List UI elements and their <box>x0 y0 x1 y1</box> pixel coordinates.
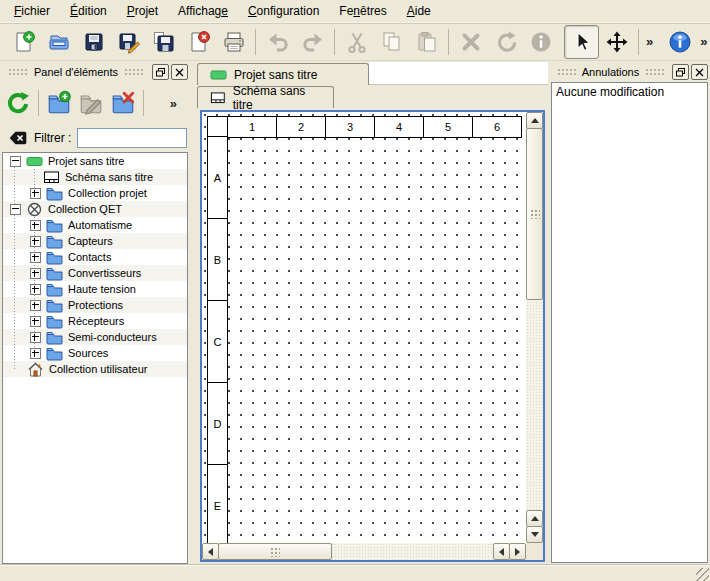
up-arrow-icon <box>531 516 539 521</box>
tree-item-collection-qet[interactable]: Collection QET <box>3 201 187 217</box>
dock-close-button[interactable] <box>691 64 708 80</box>
new-document-icon <box>12 30 36 54</box>
save-button[interactable] <box>76 25 111 59</box>
tree-item-automatisme[interactable]: Automatisme <box>3 217 187 233</box>
dock-close-button[interactable] <box>171 64 188 80</box>
close-icon <box>695 68 704 77</box>
expander-plus-icon[interactable] <box>30 268 41 279</box>
filter-input[interactable] <box>77 128 187 148</box>
undo-panel-titlebar[interactable]: Annulations <box>551 62 708 82</box>
print-icon <box>222 30 246 54</box>
schema-row-labels: A B C D E <box>207 137 228 543</box>
scroll-left-button-2[interactable] <box>493 543 510 560</box>
open-button[interactable] <box>41 25 76 59</box>
scroll-right-button[interactable] <box>509 543 526 560</box>
thumb-grip <box>530 209 540 219</box>
new-document-button[interactable] <box>6 25 41 59</box>
new-category-button[interactable] <box>43 87 75 119</box>
tree-item-projet-sans-titre[interactable]: Projet sans titre <box>3 153 187 169</box>
edit-category-button[interactable] <box>75 87 107 119</box>
schema-column-label: 6 <box>472 116 522 138</box>
rotate-button[interactable] <box>488 25 523 59</box>
restore-icon <box>676 68 685 77</box>
scroll-left-button[interactable] <box>202 543 219 560</box>
dock-float-button[interactable] <box>672 64 689 80</box>
cut-button[interactable] <box>339 25 374 59</box>
edit-folder-icon <box>78 90 104 116</box>
paste-icon <box>415 30 439 54</box>
copy-icon <box>380 30 404 54</box>
move-tool-button[interactable] <box>599 25 634 59</box>
print-button[interactable] <box>216 25 251 59</box>
paste-button[interactable] <box>409 25 444 59</box>
copy-button[interactable] <box>374 25 409 59</box>
tab-projet-sans-titre[interactable]: Projet sans titre <box>197 63 369 85</box>
tree-item-sources[interactable]: Sources <box>3 345 187 361</box>
undo-history-list[interactable]: Aucune modification <box>551 82 708 563</box>
save-all-button[interactable] <box>146 25 181 59</box>
open-icon <box>47 30 71 54</box>
expander-plus-icon[interactable] <box>30 188 41 199</box>
redo-button[interactable] <box>295 25 330 59</box>
menu-fenetres[interactable]: Fenêtres <box>329 1 396 21</box>
menu-fichier[interactable]: Fichier <box>4 1 60 21</box>
expander-plus-icon[interactable] <box>30 236 41 247</box>
expander-plus-icon[interactable] <box>30 332 41 343</box>
menu-affichage[interactable]: Affichage <box>168 1 238 21</box>
selection-tool-button[interactable] <box>564 25 599 59</box>
tree-item-semi-conducteurs[interactable]: Semi-conducteurs <box>3 329 187 345</box>
toolbar-separator <box>143 90 144 116</box>
expander-minus-icon[interactable] <box>10 204 21 215</box>
scrollbar-corner <box>526 543 543 560</box>
elements-panel-titlebar[interactable]: Panel d'éléments <box>2 62 188 82</box>
schema-view[interactable]: 1 2 3 4 5 6 A B C D E <box>200 110 545 562</box>
clear-filter-icon[interactable] <box>8 128 28 148</box>
vertical-scroll-thumb[interactable] <box>526 128 543 300</box>
undo-button[interactable] <box>260 25 295 59</box>
scroll-down-button[interactable] <box>526 526 543 543</box>
dock-float-button[interactable] <box>152 64 169 80</box>
undo-list-item[interactable]: Aucune modification <box>552 83 707 101</box>
tree-item-contacts[interactable]: Contacts <box>3 249 187 265</box>
close-document-button[interactable] <box>181 25 216 59</box>
expander-plus-icon[interactable] <box>30 316 41 327</box>
horizontal-scrollbar[interactable] <box>202 543 526 560</box>
expander-plus-icon[interactable] <box>30 300 41 311</box>
expander-minus-icon[interactable] <box>10 156 21 167</box>
tree-item-convertisseurs[interactable]: Convertisseurs <box>3 265 187 281</box>
tree-item-collection-utilisateur[interactable]: Collection utilisateur <box>3 361 187 377</box>
toolbar-overflow-button[interactable]: » <box>643 34 656 49</box>
horizontal-scroll-thumb[interactable] <box>218 543 332 560</box>
panel-overflow-button[interactable]: » <box>167 96 180 111</box>
expander-plus-icon[interactable] <box>30 252 41 263</box>
scroll-up-button-2[interactable] <box>526 510 543 527</box>
delete-category-button[interactable] <box>107 87 139 119</box>
main-toolbar: » » <box>0 23 710 61</box>
tree-item-protections[interactable]: Protections <box>3 297 187 313</box>
menu-aide[interactable]: Aide <box>397 1 441 21</box>
scroll-up-button[interactable] <box>526 112 543 129</box>
menu-configuration[interactable]: Configuration <box>238 1 329 21</box>
resize-grip[interactable] <box>696 568 709 581</box>
about-info-button[interactable] <box>662 25 697 59</box>
tab-schema-sans-titre[interactable]: Schéma sans titre <box>197 86 334 108</box>
expander-plus-icon[interactable] <box>30 348 41 359</box>
tree-item-capteurs[interactable]: Capteurs <box>3 233 187 249</box>
schema-canvas[interactable]: 1 2 3 4 5 6 A B C D E <box>202 112 526 543</box>
toolbar-overflow-button[interactable]: » <box>697 34 710 49</box>
information-button[interactable] <box>523 25 558 59</box>
delete-button[interactable] <box>453 25 488 59</box>
menu-edition[interactable]: Édition <box>60 1 117 21</box>
save-as-button[interactable] <box>111 25 146 59</box>
qelectrotech-window: Fichier Édition Projet Affichage Configu… <box>0 0 710 581</box>
reload-collections-button[interactable] <box>2 87 34 119</box>
dock-texture <box>557 68 576 77</box>
menu-projet[interactable]: Projet <box>117 1 168 21</box>
tree-item-schema-sans-titre[interactable]: Schéma sans titre <box>3 169 187 185</box>
vertical-scrollbar[interactable] <box>526 112 543 543</box>
tree-item-haute-tension[interactable]: Haute tension <box>3 281 187 297</box>
tree-item-collection-projet[interactable]: Collection projet <box>3 185 187 201</box>
expander-plus-icon[interactable] <box>30 284 41 295</box>
expander-plus-icon[interactable] <box>30 220 41 231</box>
tree-item-recepteurs[interactable]: Récepteurs <box>3 313 187 329</box>
